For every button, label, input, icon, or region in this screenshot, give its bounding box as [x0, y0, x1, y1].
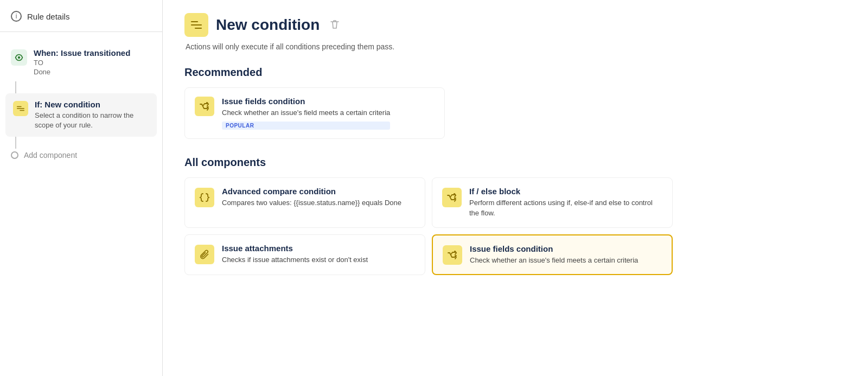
recommended-card-title: Issue fields condition — [222, 97, 390, 106]
transition-icon — [14, 53, 24, 62]
condition-text: If: New condition Select a condition to … — [35, 100, 149, 130]
page-title: New condition — [216, 16, 320, 34]
component-card-desc-2: Checks if issue attachments exist or don… — [222, 254, 368, 265]
sidebar-condition[interactable]: If: New condition Select a condition to … — [5, 93, 157, 137]
trigger-icon — [11, 49, 27, 66]
recommended-card[interactable]: Issue fields condition Check whether an … — [184, 87, 445, 139]
component-card-icon-3 — [443, 245, 462, 265]
delete-button[interactable] — [327, 17, 342, 34]
trash-icon — [329, 19, 340, 30]
component-card-icon-2 — [195, 245, 214, 264]
paperclip-icon — [199, 249, 210, 260]
component-card-desc-0: Compares two values: {{issue.status.name… — [222, 197, 401, 208]
curly-braces-icon — [199, 192, 210, 203]
main-content: New condition Actions will only execute … — [163, 0, 868, 376]
shuffle-icon-recommended — [199, 101, 210, 112]
trigger-sub2: Done — [34, 68, 130, 76]
trigger-text: When: Issue transitioned TO Done — [34, 48, 130, 76]
popular-badge: POPULAR — [222, 122, 390, 130]
recommended-card-body: Issue fields condition Check whether an … — [222, 97, 390, 130]
component-card-body-2: Issue attachments Checks if issue attach… — [222, 244, 368, 265]
all-components-section-title: All components — [184, 156, 846, 169]
info-icon: i — [11, 11, 22, 22]
sidebar-items: When: Issue transitioned TO Done If: New… — [0, 32, 162, 162]
recommended-card-desc: Check whether an issue's field meets a c… — [222, 107, 390, 118]
component-card-desc-1: Perform different actions using if, else… — [469, 197, 662, 219]
sidebar: i Rule details When: Issue transitioned … — [0, 0, 163, 376]
svg-point-0 — [18, 56, 21, 59]
add-component[interactable]: Add component — [0, 149, 162, 162]
trigger-sub1: TO — [34, 59, 130, 67]
connector-line-top — [15, 81, 16, 93]
component-card-issue-fields[interactable]: Issue fields condition Check whether an … — [432, 234, 673, 276]
components-grid: Advanced compare condition Compares two … — [184, 177, 673, 276]
component-card-icon-1 — [442, 188, 462, 207]
sidebar-trigger[interactable]: When: Issue transitioned TO Done — [0, 43, 162, 81]
add-component-label: Add component — [24, 151, 77, 160]
condition-icon-wrap — [13, 101, 28, 116]
component-card-issue-attachments[interactable]: Issue attachments Checks if issue attach… — [184, 234, 425, 276]
rule-details-label: Rule details — [27, 12, 69, 21]
condition-title: If: New condition — [35, 100, 149, 109]
component-card-body-1: If / else block Perform different action… — [469, 187, 662, 219]
component-card-title-2: Issue attachments — [222, 244, 368, 253]
component-card-title-3: Issue fields condition — [470, 244, 638, 253]
shuffle-icon-if-else — [446, 192, 457, 203]
page-subtitle: Actions will only execute if all conditi… — [186, 42, 846, 51]
component-card-icon-0 — [195, 188, 214, 207]
component-card-title-0: Advanced compare condition — [222, 187, 401, 196]
component-card-advanced-compare[interactable]: Advanced compare condition Compares two … — [184, 177, 425, 228]
component-card-desc-3: Check whether an issue's field meets a c… — [470, 255, 638, 266]
recommended-section-title: Recommended — [184, 66, 846, 79]
component-card-body-3: Issue fields condition Check whether an … — [470, 244, 638, 266]
component-card-body-0: Advanced compare condition Compares two … — [222, 187, 401, 208]
component-card-title-1: If / else block — [469, 187, 662, 196]
condition-desc: Select a condition to narrow the scope o… — [35, 111, 149, 130]
rule-details-item[interactable]: i Rule details — [0, 0, 162, 32]
component-card-if-else[interactable]: If / else block Perform different action… — [432, 177, 673, 228]
page-header: New condition — [184, 13, 846, 37]
shuffle-icon-fields — [447, 250, 458, 260]
connector-line-bottom — [15, 137, 16, 149]
add-circle-icon — [11, 151, 18, 159]
page-header-icon — [184, 13, 208, 37]
condition-icon — [16, 104, 25, 113]
header-filter-icon — [190, 18, 203, 31]
recommended-card-icon — [195, 97, 214, 116]
trigger-title: When: Issue transitioned — [34, 48, 130, 58]
